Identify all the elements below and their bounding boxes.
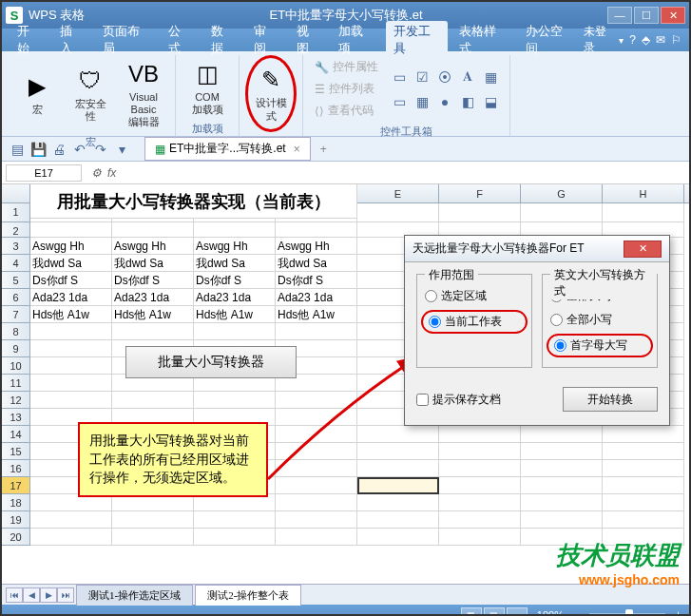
cell[interactable]: Ds你df S (112, 272, 194, 289)
row-header-11[interactable]: 11 (2, 375, 30, 392)
row-header-8[interactable]: 8 (2, 323, 30, 340)
dialog-titlebar[interactable]: 天远批量字母大小写转换器For ET ✕ (405, 236, 669, 262)
ribbon-small-1[interactable]: ☰控件列表 (311, 79, 382, 99)
sheet-tab-1[interactable]: 测试2-操作整个表 (195, 585, 301, 606)
menu-item-6[interactable]: 视图 (289, 21, 328, 59)
cell[interactable] (112, 222, 194, 238)
cell[interactable] (276, 426, 357, 443)
control-icon[interactable]: ▭ (390, 67, 409, 87)
cell[interactable]: Hds他 A1w (194, 306, 276, 323)
menu-item-0[interactable]: 开始 (10, 21, 48, 59)
workbook-tab[interactable]: ▦ ET中批量字...写转换.et × (144, 137, 311, 161)
cell[interactable] (603, 477, 684, 494)
merged-title-cell[interactable]: 用批量大小写转换器实现（当前表） (30, 184, 357, 219)
qat-btn-3[interactable]: ↶ (70, 140, 89, 159)
row-header-2[interactable]: 2 (2, 222, 30, 238)
cell[interactable] (439, 426, 521, 443)
cell[interactable] (30, 340, 112, 357)
cell[interactable] (603, 203, 684, 222)
cell[interactable]: 我dwd Sa (276, 255, 357, 272)
cell[interactable]: Ds你df S (30, 272, 112, 289)
col-header-F[interactable]: F (439, 184, 521, 202)
cell[interactable] (357, 443, 439, 460)
cell[interactable] (276, 222, 357, 238)
cell[interactable] (521, 426, 603, 443)
cell[interactable] (112, 529, 194, 546)
cell[interactable] (439, 477, 521, 494)
sheet-tab-0[interactable]: 测试1-操作选定区域 (76, 585, 193, 606)
control-icon[interactable]: ▦ (413, 92, 432, 111)
cell[interactable] (276, 443, 357, 460)
control-icon[interactable]: ☑ (413, 67, 432, 87)
add-tab-button[interactable]: + (320, 143, 327, 156)
select-all-corner[interactable] (2, 184, 30, 202)
cell[interactable] (276, 460, 357, 477)
zoom-in-button[interactable]: + (675, 608, 681, 616)
cell[interactable] (276, 477, 357, 494)
cell[interactable] (603, 443, 684, 460)
cell[interactable] (194, 392, 276, 409)
cell[interactable] (603, 460, 684, 477)
menu-item-8[interactable]: 开发工具 (386, 21, 449, 59)
cell[interactable]: Aswgg Hh (30, 238, 112, 255)
qat-btn-4[interactable]: ↷ (91, 140, 110, 159)
cell[interactable]: Ada23 1da (30, 289, 112, 306)
menu-item-5[interactable]: 审阅 (246, 21, 285, 59)
cell[interactable]: Aswgg Hh (112, 238, 194, 255)
cell[interactable] (30, 323, 112, 340)
menu-icon-2[interactable]: ✉ (656, 33, 665, 47)
control-icon[interactable]: ▭ (390, 92, 409, 111)
col-header-G[interactable]: G (521, 184, 603, 202)
menu-item-9[interactable]: 表格样式 (451, 21, 514, 59)
cell[interactable] (603, 511, 684, 529)
row-header-12[interactable]: 12 (2, 392, 30, 409)
cell[interactable] (30, 392, 112, 409)
scope-radio-input[interactable] (429, 316, 441, 328)
cell[interactable] (276, 392, 357, 409)
cell[interactable] (521, 460, 603, 477)
cell[interactable] (439, 529, 521, 546)
control-icon[interactable]: ⬓ (481, 92, 500, 111)
cell[interactable] (276, 529, 357, 546)
cell[interactable] (439, 203, 521, 222)
control-icon[interactable]: ⦿ (435, 67, 454, 87)
cell[interactable] (357, 203, 439, 222)
control-icon[interactable]: ▦ (481, 67, 500, 87)
tab-nav-3[interactable]: ⏭ (57, 587, 74, 603)
cell[interactable] (112, 323, 194, 340)
cell[interactable] (521, 203, 603, 222)
ribbon-btn-1-0[interactable]: ◫COM加载项 (182, 55, 233, 120)
row-header-14[interactable]: 14 (2, 426, 30, 443)
zoom-out-button[interactable]: − (573, 608, 580, 616)
cell[interactable] (194, 529, 276, 546)
cell[interactable] (439, 511, 521, 529)
tab-nav-2[interactable]: ▶ (40, 587, 57, 603)
cell[interactable] (30, 511, 112, 529)
fx-icon[interactable]: fx (107, 166, 116, 180)
scope-radio-input[interactable] (425, 290, 437, 302)
cell[interactable] (439, 494, 521, 511)
ribbon-btn-0-2[interactable]: VBVisual Basic编辑器 (118, 55, 169, 133)
dialog-close-button[interactable]: ✕ (624, 241, 662, 258)
mode-radio-input[interactable] (554, 339, 566, 352)
cell[interactable] (439, 460, 521, 477)
mode-radio-1[interactable]: 全部小写 (550, 308, 649, 332)
cell[interactable] (276, 494, 357, 511)
maximize-button[interactable]: ☐ (634, 7, 659, 24)
cell[interactable] (30, 222, 112, 238)
menu-item-1[interactable]: 插入 (52, 21, 91, 59)
cell[interactable]: 我dwd Sa (194, 255, 276, 272)
row-header-10[interactable]: 10 (2, 357, 30, 375)
cell[interactable] (521, 511, 603, 529)
qat-btn-1[interactable]: 💾 (29, 140, 48, 159)
cell[interactable] (439, 443, 521, 460)
tab-nav-1[interactable]: ◀ (23, 587, 40, 603)
menu-item-7[interactable]: 加载项 (331, 21, 381, 59)
help-icon[interactable]: ? (629, 33, 636, 47)
cell[interactable] (521, 443, 603, 460)
menu-item-10[interactable]: 办公空间 (518, 21, 581, 59)
cell[interactable] (603, 494, 684, 511)
row-header-1[interactable]: 1 (2, 203, 30, 222)
cell[interactable]: Ada23 1da (112, 289, 194, 306)
name-box[interactable] (6, 164, 82, 182)
